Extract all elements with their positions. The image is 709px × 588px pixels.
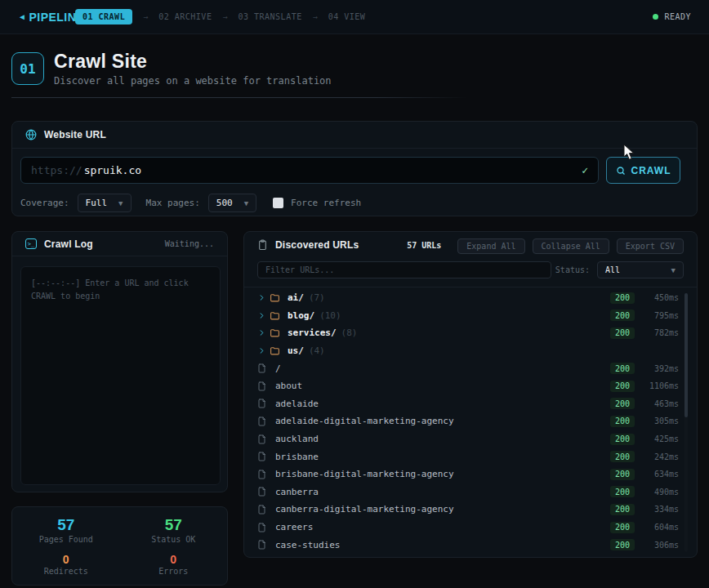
pipeline-steps: 01 CRAWL→02 ARCHIVE→03 TRANSLATE→04 VIEW xyxy=(75,9,365,24)
tree-file-row[interactable]: careers200604ms xyxy=(244,519,697,537)
file-icon xyxy=(257,416,267,426)
stat-value: 57 xyxy=(120,516,228,534)
folder-icon xyxy=(270,345,282,356)
status-badge: 200 xyxy=(610,539,635,550)
max-pages-select[interactable]: 500 ▼ xyxy=(208,194,256,212)
chevron-down-icon: ▼ xyxy=(118,199,123,207)
file-icon xyxy=(257,381,270,391)
response-time: 463ms xyxy=(643,399,679,408)
row-status-group: 200242ms xyxy=(610,451,679,462)
chevron-right-icon xyxy=(257,293,266,302)
filter-urls-input[interactable] xyxy=(257,261,551,278)
file-icon xyxy=(257,399,267,408)
step-separator-icon: → xyxy=(143,12,148,21)
row-status-group: 200392ms xyxy=(610,363,679,374)
chevron-down-icon: ▼ xyxy=(244,199,248,207)
folder-child-count: (4) xyxy=(309,345,325,356)
tree-file-row[interactable]: /200392ms xyxy=(244,359,697,377)
response-time: 490ms xyxy=(643,488,679,497)
status-badge: 200 xyxy=(610,434,635,445)
tree-folder-row[interactable]: services/(8)200782ms xyxy=(244,324,697,342)
status-badge: 200 xyxy=(610,504,635,515)
crawl-button[interactable]: CRAWL xyxy=(606,157,680,184)
folder-name: services/ xyxy=(288,327,337,338)
file-icon xyxy=(257,505,267,514)
response-time: 392ms xyxy=(643,364,679,373)
chevron-right-icon xyxy=(257,311,266,320)
folder-child-count: (8) xyxy=(341,327,358,338)
coverage-select[interactable]: Full ▼ xyxy=(78,194,132,212)
stat-status-ok: 57Status OK xyxy=(120,514,228,550)
globe-icon xyxy=(25,129,37,140)
file-icon xyxy=(257,452,270,461)
tree-file-row[interactable]: canberra200490ms xyxy=(244,483,697,501)
status-badge: 200 xyxy=(610,292,635,304)
file-icon xyxy=(257,540,270,550)
export-csv-button[interactable]: Export CSV xyxy=(617,238,684,254)
tree-file-row[interactable]: adelaide-digital-marketing-agency200305m… xyxy=(244,412,697,430)
row-status-group: 200795ms xyxy=(610,310,679,321)
max-pages-label: Max pages: xyxy=(146,198,200,208)
ready-dot-icon xyxy=(653,14,658,20)
status-badge: 200 xyxy=(610,416,635,427)
ready-label: READY xyxy=(664,12,691,21)
folder-icon xyxy=(270,310,282,321)
chevron-right-icon[interactable] xyxy=(257,311,266,320)
status-filter-label: Status: xyxy=(555,265,590,274)
step-03-translate[interactable]: 03 TRANSLATE xyxy=(238,12,301,21)
stats-card: 57Pages Found57Status OK0Redirects0Error… xyxy=(11,506,228,586)
file-icon xyxy=(257,523,267,532)
discovered-urls-card: Discovered URLs 57 URLs Expand AllCollap… xyxy=(243,231,698,558)
file-icon xyxy=(257,540,267,550)
crawl-log-card: >_ Crawl Log Waiting... [--:--:--] Enter… xyxy=(11,231,228,492)
chevron-right-icon[interactable] xyxy=(257,293,266,302)
status-badge: 200 xyxy=(610,310,635,321)
status-badge: 200 xyxy=(610,381,635,392)
chevron-down-icon: ▼ xyxy=(671,266,676,274)
page-title: Crawl Site xyxy=(54,51,147,73)
file-icon xyxy=(257,363,267,373)
expand-all-button[interactable]: Expand All xyxy=(457,238,524,254)
force-refresh-checkbox[interactable] xyxy=(273,198,283,208)
chevron-right-icon xyxy=(257,328,266,337)
chevron-right-icon[interactable] xyxy=(257,328,266,337)
discovered-urls-title: Discovered URLs xyxy=(275,239,359,251)
response-time: 795ms xyxy=(643,311,679,320)
step-04-view[interactable]: 04 VIEW xyxy=(328,12,366,21)
status-badge: 200 xyxy=(610,486,635,497)
tree-file-row[interactable]: about2001106ms xyxy=(244,377,697,395)
url-tree: ai/(7)200450msblog/(10)200795msservices/… xyxy=(244,289,697,555)
search-icon xyxy=(616,166,626,176)
folder-icon xyxy=(270,310,280,321)
step-separator-icon: → xyxy=(313,12,318,21)
step-02-archive[interactable]: 02 ARCHIVE xyxy=(158,12,212,21)
url-count: 57 URLs xyxy=(407,241,441,250)
stat-errors: 0Errors xyxy=(120,550,228,582)
tree-file-row[interactable]: canberra-digital-marketing-agency200334m… xyxy=(244,501,697,519)
top-bar: ◄ PIPELINE 01 CRAWL→02 ARCHIVE→03 TRANSL… xyxy=(0,0,709,34)
tree-folder-row[interactable]: ai/(7)200450ms xyxy=(244,289,697,307)
header-divider xyxy=(11,97,468,98)
folder-name: blog/ xyxy=(288,310,314,321)
step-01-crawl[interactable]: 01 CRAWL xyxy=(75,9,132,24)
url-value: spruik.co xyxy=(84,164,141,176)
tree-file-row[interactable]: adelaide200463ms xyxy=(244,395,697,413)
tree-file-row[interactable]: brisbane-digital-marketing-agency200634m… xyxy=(244,466,697,483)
status-indicator: READY xyxy=(653,12,691,21)
tree-file-row[interactable]: brisbane200242ms xyxy=(244,448,697,466)
chevron-right-icon[interactable] xyxy=(257,346,266,355)
tree-file-row[interactable]: case-studies200306ms xyxy=(244,536,697,554)
stat-label: Status OK xyxy=(120,535,228,544)
scrollbar-thumb[interactable] xyxy=(684,293,688,417)
scrollbar-track[interactable] xyxy=(684,293,688,552)
row-status-group: 200463ms xyxy=(610,398,679,409)
response-time: 450ms xyxy=(643,293,679,302)
row-status-group: 200305ms xyxy=(610,416,679,427)
status-filter-select[interactable]: All ▼ xyxy=(597,261,684,278)
tree-folder-row[interactable]: blog/(10)200795ms xyxy=(244,307,697,325)
url-input[interactable]: https:// spruik.co ✓ xyxy=(20,157,599,184)
collapse-all-button[interactable]: Collapse All xyxy=(533,238,609,254)
tree-file-row[interactable]: auckland200425ms xyxy=(244,430,697,448)
tree-folder-row[interactable]: us/(4) xyxy=(244,342,697,360)
file-icon xyxy=(257,434,267,444)
